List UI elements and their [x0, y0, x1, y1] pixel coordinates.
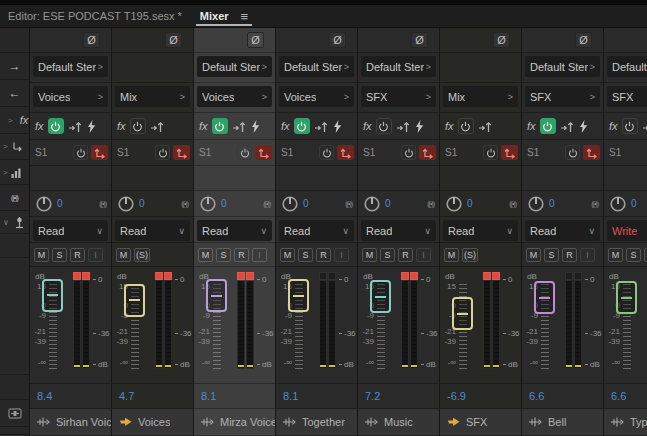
- track-name-row[interactable]: Together: [276, 409, 357, 436]
- clip-indicator-left[interactable]: [155, 272, 163, 280]
- input-select[interactable]: Default Stere >: [197, 56, 272, 77]
- volume-fader-handle[interactable]: [370, 280, 391, 313]
- pan-knob[interactable]: [445, 195, 463, 213]
- track-solo-button[interactable]: S: [380, 248, 395, 262]
- output-select[interactable]: Voices >: [197, 86, 272, 107]
- track-name-row[interactable]: Sirhan Voic: [30, 409, 111, 436]
- track-record-button[interactable]: R: [562, 248, 577, 262]
- input-select[interactable]: Default Stere >: [525, 56, 600, 77]
- phase-invert-button[interactable]: Ø: [247, 32, 264, 48]
- prefader-icon[interactable]: [560, 120, 575, 133]
- send-prefader-button[interactable]: [419, 145, 436, 160]
- send-power-button[interactable]: [401, 145, 416, 160]
- output-select[interactable]: Voices >: [279, 86, 354, 107]
- clip-indicator-left[interactable]: [483, 272, 491, 280]
- automation-select[interactable]: Read ∨: [525, 220, 600, 241]
- output-select[interactable]: Voices >: [33, 86, 108, 107]
- prefader-icon[interactable]: [314, 120, 329, 133]
- volume-fader-handle[interactable]: [206, 279, 227, 312]
- send-prefader-button[interactable]: [337, 145, 354, 160]
- send-prefader-button[interactable]: [583, 145, 600, 160]
- input-select[interactable]: Default Stere >: [279, 56, 354, 77]
- lightning-icon[interactable]: [579, 120, 588, 133]
- lightning-icon[interactable]: [333, 120, 342, 133]
- track-solo-button[interactable]: S: [298, 248, 313, 262]
- prefader-icon[interactable]: [642, 120, 647, 133]
- fx-power-button[interactable]: [622, 118, 638, 134]
- track-mute-button[interactable]: M: [608, 248, 623, 262]
- track-record-button[interactable]: R: [70, 248, 85, 262]
- track-solo-button[interactable]: S: [52, 248, 67, 262]
- track-record-button[interactable]: R: [398, 248, 413, 262]
- track-mute-button[interactable]: M: [198, 248, 213, 262]
- clip-indicator-right[interactable]: [82, 272, 90, 280]
- pan-knob[interactable]: [117, 195, 135, 213]
- output-select[interactable]: SFX >: [525, 86, 600, 107]
- prefader-icon[interactable]: [478, 120, 493, 133]
- automation-select[interactable]: Write ∨: [607, 220, 647, 241]
- track-name-row[interactable]: Music: [358, 409, 439, 436]
- lightning-icon[interactable]: [87, 120, 96, 133]
- phase-invert-button[interactable]: Ø: [83, 32, 100, 48]
- volume-fader-handle[interactable]: [534, 281, 555, 314]
- track-monitor-button[interactable]: I: [252, 248, 267, 262]
- pan-knob[interactable]: [199, 195, 217, 213]
- pan-knob[interactable]: [363, 195, 381, 213]
- track-name-row[interactable]: SFX: [440, 409, 521, 436]
- volume-fader-handle[interactable]: [616, 281, 637, 314]
- output-select[interactable]: Mix >: [115, 86, 190, 107]
- phase-invert-button[interactable]: Ø: [493, 32, 510, 48]
- phase-invert-button[interactable]: Ø: [165, 32, 182, 48]
- send-power-button[interactable]: [483, 145, 498, 160]
- output-select[interactable]: SFX >: [361, 86, 436, 107]
- send-power-button[interactable]: [155, 145, 170, 160]
- output-select[interactable]: Mix >: [443, 86, 518, 107]
- send-power-button[interactable]: [565, 145, 580, 160]
- fx-power-button[interactable]: [540, 118, 556, 134]
- clip-indicator-left[interactable]: [401, 272, 409, 280]
- pan-knob[interactable]: [609, 195, 627, 213]
- phase-invert-button[interactable]: Ø: [411, 32, 428, 48]
- prefader-icon[interactable]: [150, 120, 165, 133]
- track-solo-safe-button[interactable]: (S): [134, 248, 150, 262]
- automation-select[interactable]: Read ∨: [443, 220, 518, 241]
- track-monitor-button[interactable]: I: [416, 248, 431, 262]
- send-prefader-button[interactable]: [91, 145, 108, 160]
- clip-indicator-right[interactable]: [574, 272, 582, 280]
- clip-indicator-right[interactable]: [410, 272, 418, 280]
- fx-power-button[interactable]: [48, 118, 64, 134]
- track-name-row[interactable]: Bell: [522, 409, 603, 436]
- rail-automation-toggle[interactable]: ∨: [0, 211, 29, 234]
- send-power-button[interactable]: [237, 145, 252, 160]
- clip-indicator-left[interactable]: [237, 272, 245, 280]
- clip-indicator-right[interactable]: [164, 272, 172, 280]
- pan-knob[interactable]: [281, 195, 299, 213]
- rail-sends-section-toggle[interactable]: >: [0, 134, 29, 160]
- track-solo-button[interactable]: S: [626, 248, 641, 262]
- clip-indicator-right[interactable]: [328, 272, 336, 280]
- automation-select[interactable]: Read ∨: [197, 220, 272, 241]
- track-name-row[interactable]: Typin: [604, 409, 647, 436]
- track-record-button[interactable]: R: [234, 248, 249, 262]
- volume-fader-handle[interactable]: [452, 297, 473, 330]
- lightning-icon[interactable]: [415, 120, 424, 133]
- track-solo-safe-button[interactable]: (S): [462, 248, 478, 262]
- clip-indicator-left[interactable]: [565, 272, 573, 280]
- fx-power-button[interactable]: [376, 118, 392, 134]
- prefader-icon[interactable]: [232, 120, 247, 133]
- input-select[interactable]: Default Stere >: [607, 56, 647, 77]
- track-record-button[interactable]: R: [316, 248, 331, 262]
- clip-indicator-left[interactable]: [73, 272, 81, 280]
- send-power-button[interactable]: [73, 145, 88, 160]
- panel-menu-icon[interactable]: ≡: [241, 9, 249, 24]
- track-mute-button[interactable]: M: [34, 248, 49, 262]
- clip-indicator-left[interactable]: [319, 272, 327, 280]
- track-monitor-button[interactable]: I: [580, 248, 595, 262]
- output-select[interactable]: SFX >: [607, 86, 647, 107]
- send-prefader-button[interactable]: [501, 145, 518, 160]
- send-prefader-button[interactable]: [173, 145, 190, 160]
- track-mute-button[interactable]: M: [526, 248, 541, 262]
- volume-fader-handle[interactable]: [42, 279, 63, 312]
- pan-knob[interactable]: [527, 195, 545, 213]
- clip-indicator-right[interactable]: [492, 272, 500, 280]
